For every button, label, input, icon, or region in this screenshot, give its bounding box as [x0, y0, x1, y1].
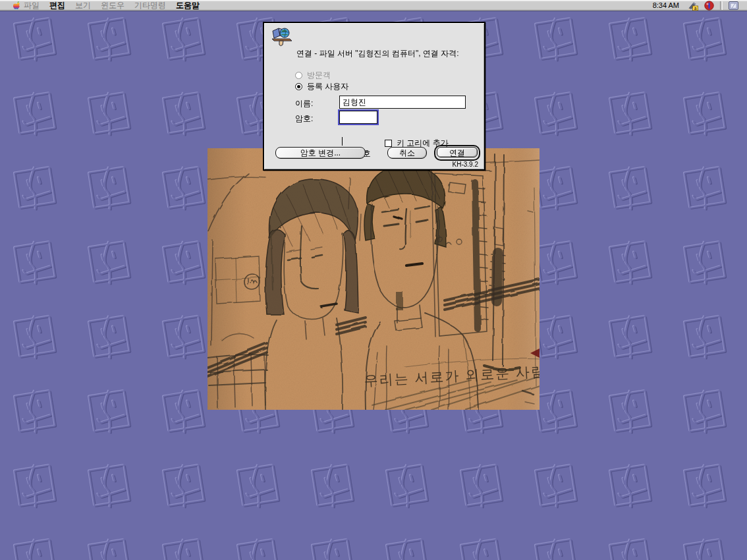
radio-registered-circle[interactable]: [295, 83, 302, 90]
desktop-picture: 우리는 서로가 외로운 사람들: [208, 148, 540, 410]
input-method-pen-icon[interactable]: a: [687, 1, 698, 11]
menu-view[interactable]: 보기: [74, 0, 92, 11]
radio-guest-label: 방문객: [307, 70, 331, 81]
active-application-icon[interactable]: [704, 1, 715, 11]
radio-registered-label: 등록 사용자: [307, 81, 348, 92]
radio-registered-user[interactable]: 등록 사용자: [295, 81, 348, 92]
default-button-ring: 연결: [434, 145, 480, 161]
text-cursor: [342, 137, 343, 146]
connect-dialog: 연결 - 파일 서버 "김형진의 컴퓨터", 연결 자격: 방문객 등록 사용자…: [263, 22, 485, 171]
menu-items: 파일 편집 보기 윈도우 기타명령 도움말: [23, 0, 200, 11]
radio-guest[interactable]: 방문객: [295, 70, 331, 81]
file-server-icon: [270, 27, 294, 47]
menu-file[interactable]: 파일: [23, 0, 40, 11]
menubar-clock[interactable]: 8:34 AM: [653, 1, 682, 9]
keychain-checkbox[interactable]: [385, 140, 392, 147]
svg-text:a: a: [694, 5, 697, 10]
menubar-divider: [720, 1, 723, 10]
dialog-title: 연결 - 파일 서버 "김형진의 컴퓨터", 연결 자격:: [296, 49, 481, 58]
menu-edit[interactable]: 편집: [49, 0, 66, 11]
name-label: 이름:: [295, 98, 313, 109]
change-password-button[interactable]: 암호 변경...: [275, 147, 366, 159]
radio-guest-circle[interactable]: [295, 72, 302, 79]
menu-other-commands[interactable]: 기타명령: [134, 0, 167, 11]
application-menu-icon[interactable]: [728, 1, 739, 11]
menu-window[interactable]: 윈도우: [100, 0, 125, 11]
apple-menu-icon[interactable]: [11, 1, 20, 11]
menu-help[interactable]: 도움말: [175, 0, 200, 11]
password-field[interactable]: [339, 111, 377, 124]
name-field[interactable]: [339, 96, 466, 109]
password-label: 암호:: [295, 113, 313, 125]
cancel-button[interactable]: 취소: [387, 147, 427, 159]
menu-bar: 파일 편집 보기 윈도우 기타명령 도움말 8:34 AM a: [0, 0, 747, 11]
version-label: KH-3.9.2: [453, 161, 478, 168]
connect-button[interactable]: 연결: [437, 147, 478, 157]
